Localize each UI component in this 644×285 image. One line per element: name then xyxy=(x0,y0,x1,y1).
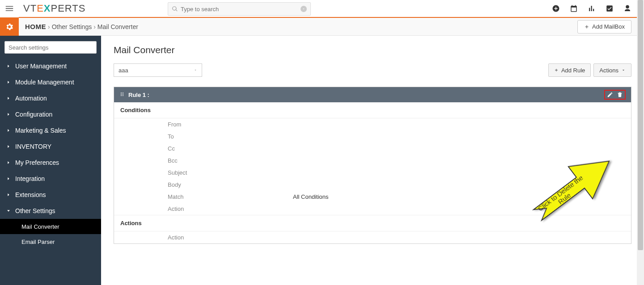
chevron-right-icon xyxy=(6,128,11,133)
sidebar-item-label: My Preferences xyxy=(15,159,59,166)
sidebar-sub-email-parser[interactable]: Email Parser xyxy=(0,234,101,249)
chevron-down-icon xyxy=(6,209,11,213)
settings-sidebar: User Management Module Management Automa… xyxy=(0,36,101,285)
condition-value: All Conditions xyxy=(293,193,329,200)
chevron-right-icon xyxy=(6,193,11,197)
svg-point-3 xyxy=(123,94,123,95)
sidebar-item-inventory[interactable]: INVENTORY xyxy=(0,138,101,155)
chevron-right-icon xyxy=(6,144,11,149)
condition-row: Subject xyxy=(114,167,631,179)
actions-heading: Actions xyxy=(114,215,631,231)
caret-down-icon xyxy=(621,68,626,72)
chevron-right-icon xyxy=(6,64,11,68)
chevron-right-icon xyxy=(6,80,11,84)
breadcrumb-level1[interactable]: Other Settings xyxy=(52,23,92,30)
chevron-right-icon xyxy=(6,176,11,181)
sidebar-sub-mail-converter[interactable]: Mail Converter xyxy=(0,219,101,234)
chevron-right-icon xyxy=(6,96,11,101)
condition-row: Cc xyxy=(114,142,631,155)
sidebar-item-label: Marketing & Sales xyxy=(15,127,66,134)
sidebar-item-label: Configuration xyxy=(15,111,52,118)
user-icon[interactable] xyxy=(623,4,631,13)
add-mailbox-label: Add MailBox xyxy=(592,23,625,30)
plus-icon xyxy=(584,24,589,29)
condition-row: To xyxy=(114,130,631,142)
sidebar-item-marketing-sales[interactable]: Marketing & Sales xyxy=(0,122,101,138)
actions-dropdown-button[interactable]: Actions xyxy=(593,63,631,77)
sidebar-item-user-management[interactable]: User Management xyxy=(0,58,101,74)
sidebar-item-label: User Management xyxy=(15,63,67,70)
svg-point-5 xyxy=(123,95,123,96)
calendar-icon[interactable] xyxy=(570,4,578,13)
sidebar-sub-label: Mail Converter xyxy=(21,223,59,230)
global-search[interactable] xyxy=(168,2,311,16)
rule-title: Rule 1 : xyxy=(128,92,149,98)
condition-label: Bcc xyxy=(168,157,293,164)
chevron-right-icon xyxy=(6,160,11,165)
sidebar-item-automation[interactable]: Automation xyxy=(0,90,101,106)
scrollbar[interactable] xyxy=(637,0,644,285)
mailbox-select[interactable]: aaa xyxy=(114,63,202,77)
delete-icon[interactable] xyxy=(617,92,623,98)
settings-gear-icon[interactable] xyxy=(0,18,19,36)
svg-point-2 xyxy=(121,94,122,95)
drag-handle-icon[interactable] xyxy=(119,92,125,98)
logo: VTEXPERTS xyxy=(23,3,85,14)
conditions-heading: Conditions xyxy=(114,102,631,118)
sidebar-search[interactable] xyxy=(4,41,97,54)
svg-point-1 xyxy=(123,92,123,93)
sidebar-item-configuration[interactable]: Configuration xyxy=(0,106,101,122)
edit-icon[interactable] xyxy=(607,92,613,98)
sidebar-item-label: Automation xyxy=(15,95,47,102)
sidebar-item-label: Integration xyxy=(15,175,45,182)
breadcrumb-level2: Mail Converter xyxy=(97,23,138,30)
add-rule-label: Add Rule xyxy=(561,67,585,74)
search-dropdown-icon[interactable] xyxy=(301,6,307,12)
chevron-right-icon: › xyxy=(93,23,96,30)
condition-row: MatchAll Conditions xyxy=(114,191,631,203)
sidebar-item-extensions[interactable]: Extensions xyxy=(0,187,101,203)
svg-point-4 xyxy=(121,95,122,96)
sidebar-search-input[interactable] xyxy=(8,44,93,51)
chart-icon[interactable] xyxy=(588,4,596,13)
hamburger-menu[interactable] xyxy=(0,0,19,17)
sidebar-item-label: INVENTORY xyxy=(15,143,51,150)
add-rule-button[interactable]: Add Rule xyxy=(548,63,591,77)
actions-label: Actions xyxy=(599,67,619,74)
chevron-down-icon xyxy=(194,68,197,72)
rule-panel: Rule 1 : Conditions FromToCcBccSubjectBo… xyxy=(114,87,631,244)
checkbox-icon[interactable] xyxy=(606,4,614,13)
action-label: Action xyxy=(168,234,293,241)
svg-point-0 xyxy=(121,92,122,93)
condition-row: From xyxy=(114,118,631,130)
scrollbar-thumb[interactable] xyxy=(638,0,643,250)
page-title: Mail Converter xyxy=(114,45,631,55)
sidebar-item-label: Module Management xyxy=(15,79,74,86)
sidebar-item-module-management[interactable]: Module Management xyxy=(0,74,101,90)
chevron-right-icon xyxy=(6,112,11,117)
action-row: Action xyxy=(114,231,631,243)
sidebar-item-other-settings[interactable]: Other Settings xyxy=(0,203,101,219)
chevron-right-icon: › xyxy=(48,23,50,30)
condition-row: Body xyxy=(114,179,631,191)
sidebar-item-label: Extensions xyxy=(15,191,46,198)
mailbox-select-value: aaa xyxy=(119,67,128,74)
breadcrumb: HOME › Other Settings › Mail Converter xyxy=(25,23,138,30)
condition-row: Bcc xyxy=(114,155,631,167)
search-input[interactable] xyxy=(181,6,301,13)
condition-row: Action xyxy=(114,203,631,215)
condition-label: Cc xyxy=(168,145,293,152)
search-icon xyxy=(172,6,178,12)
sidebar-sub-label: Email Parser xyxy=(21,239,55,245)
plus-icon xyxy=(554,68,559,72)
condition-label: Subject xyxy=(168,169,293,176)
condition-label: Match xyxy=(168,193,293,200)
add-mailbox-button[interactable]: Add MailBox xyxy=(577,20,631,34)
condition-label: Action xyxy=(168,205,293,212)
condition-label: Body xyxy=(168,181,293,188)
plus-circle-icon[interactable] xyxy=(552,4,560,13)
sidebar-item-my-preferences[interactable]: My Preferences xyxy=(0,155,101,171)
breadcrumb-home[interactable]: HOME xyxy=(25,23,46,30)
sidebar-item-integration[interactable]: Integration xyxy=(0,171,101,187)
condition-label: From xyxy=(168,121,293,128)
